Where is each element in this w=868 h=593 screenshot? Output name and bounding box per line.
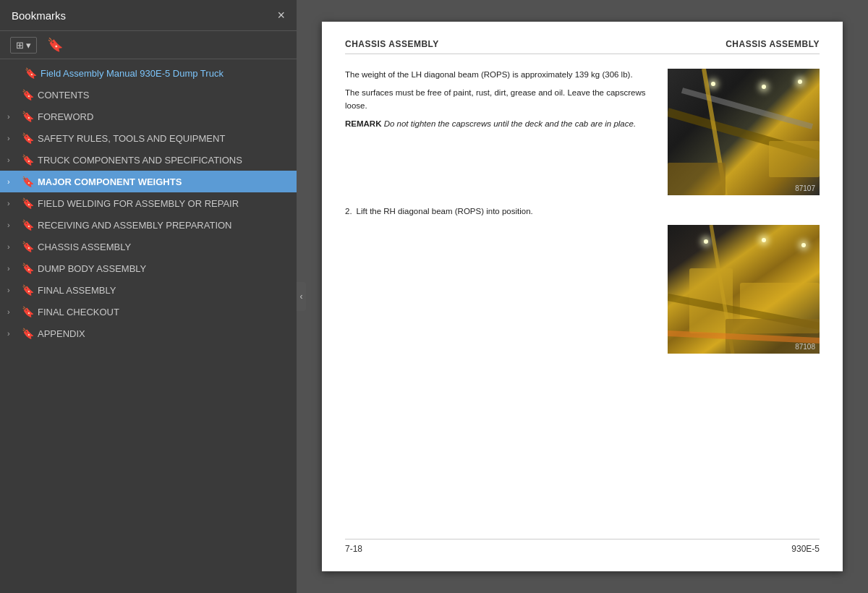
bookmark-icon-field-welding: 🔖 [22,197,33,209]
sidebar-header: Bookmarks × [0,0,297,31]
bookmark-icon: 🔖 [47,38,63,52]
chevron-icon-final-assembly: › [7,286,17,294]
svg-rect-4 [668,163,726,195]
sidebar-item-label-final-checkout: FINAL CHECKOUT [38,307,289,317]
sidebar-item-title[interactable]: 🔖Field Assembly Manual 930E-5 Dump Truck [0,62,297,84]
sidebar-item-label-appendix: APPENDIX [38,328,289,339]
bookmark-icon-final-checkout: 🔖 [22,306,33,317]
sidebar-item-label-chassis: CHASSIS ASSEMBLY [38,242,289,252]
sidebar-item-appendix[interactable]: ›🔖APPENDIX [0,323,297,344]
expand-all-button[interactable]: ⊞ ▾ [10,37,37,54]
chevron-icon-dump-body: › [7,264,17,273]
remark-label: REMARK [345,119,381,128]
document-image-1: 87107 [668,69,820,195]
chevron-icon-chassis: › [7,242,17,251]
bookmark-icon-truck-components: 🔖 [22,154,33,166]
image-overlay-svg [668,69,820,195]
sidebar-item-major-component[interactable]: ›🔖MAJOR COMPONENT WEIGHTS [0,171,297,192]
sidebar-item-field-welding[interactable]: ›🔖FIELD WELDING FOR ASSEMBLY OR REPAIR [0,192,297,214]
bookmark-icon-major-component: 🔖 [22,176,33,187]
sidebar-panel: Bookmarks × ⊞ ▾ 🔖 🔖Field Assembly Manual… [0,0,297,593]
close-button[interactable]: × [277,9,285,22]
paragraph-1: The weight of the LH diagonal beam (ROPS… [345,69,653,81]
sidebar-item-final-checkout[interactable]: ›🔖FINAL CHECKOUT [0,301,297,323]
svg-rect-3 [769,141,820,177]
sidebar-item-label-major-component: MAJOR COMPONENT WEIGHTS [38,176,289,187]
sidebar-toolbar: ⊞ ▾ 🔖 [0,31,297,59]
chevron-icon-foreword: › [7,112,17,121]
page-body: The weight of the LH diagonal beam (ROPS… [345,69,820,532]
expand-dropdown-icon: ▾ [26,40,31,51]
step-2-text: Lift the RH diagonal beam (ROPS) into po… [357,205,533,218]
sidebar-item-final-assembly[interactable]: ›🔖FINAL ASSEMBLY [0,279,297,301]
sidebar-item-label-title: Field Assembly Manual 930E-5 Dump Truck [41,68,289,79]
image2-overlay-svg [668,225,820,354]
chevron-icon-final-checkout: › [7,307,17,316]
sidebar-item-label-contents: CONTENTS [38,90,289,101]
page-header: CHASSIS ASSEMBLY CHASSIS ASSEMBLY [345,39,820,54]
bookmark-icon-foreword: 🔖 [22,111,33,122]
sidebar-item-foreword[interactable]: ›🔖FOREWORD [0,106,297,127]
chevron-icon-truck-components: › [7,155,17,164]
sidebar-item-label-safety: SAFETY RULES, TOOLS AND EQUIPMENT [38,133,289,144]
bookmark-toggle-button[interactable]: 🔖 [43,35,67,54]
image-2-label: 87108 [795,343,815,351]
chevron-left-icon: ‹ [300,291,303,302]
image-2-container: 87108 [345,225,820,354]
expand-icon: ⊞ [16,40,24,51]
sidebar-item-truck-components[interactable]: ›🔖TRUCK COMPONENTS AND SPECIFICATIONS [0,149,297,171]
bookmark-list: 🔖Field Assembly Manual 930E-5 Dump Truck… [0,59,297,593]
chevron-icon-receiving: › [7,221,17,229]
page-footer: 7-18 930E-5 [345,539,820,554]
step-2-number: 2. [345,205,352,218]
page-text-block: The weight of the LH diagonal beam (ROPS… [345,69,653,195]
bookmark-icon-receiving: 🔖 [22,219,33,231]
paragraph-2: The surfaces must be free of paint, rust… [345,87,653,112]
page-content-area: CHASSIS ASSEMBLY CHASSIS ASSEMBLY The we… [322,22,843,571]
sidebar-item-contents[interactable]: 🔖CONTENTS [0,84,297,106]
page-image-block: 87107 [668,69,820,195]
remark-paragraph: REMARK Do not tighten the capscrews unti… [345,118,653,130]
image-1-label: 87107 [795,184,815,192]
sidebar-item-label-field-welding: FIELD WELDING FOR ASSEMBLY OR REPAIR [38,198,289,209]
header-left-text: CHASSIS ASSEMBLY [345,39,439,49]
bookmark-icon-dump-body: 🔖 [22,263,33,274]
step-2-line: 2. Lift the RH diagonal beam (ROPS) into… [345,205,820,218]
chevron-icon-appendix: › [7,329,17,338]
chevron-icon-field-welding: › [7,199,17,208]
sidebar-item-dump-body[interactable]: ›🔖DUMP BODY ASSEMBLY [0,257,297,279]
header-right-text: CHASSIS ASSEMBLY [726,39,820,49]
sidebar-item-chassis[interactable]: ›🔖CHASSIS ASSEMBLY [0,236,297,257]
bookmark-icon-chassis: 🔖 [22,241,33,252]
remark-text: Do not tighten the capscrews until the d… [381,119,636,128]
bookmark-icon-final-assembly: 🔖 [22,284,33,296]
sidebar-item-safety[interactable]: ›🔖SAFETY RULES, TOOLS AND EQUIPMENT [0,127,297,149]
sidebar-item-label-dump-body: DUMP BODY ASSEMBLY [38,263,289,274]
page-number: 7-18 [345,544,362,554]
page-main-content: The weight of the LH diagonal beam (ROPS… [345,69,820,195]
collapse-sidebar-button[interactable]: ‹ [297,282,306,311]
document-viewer: CHASSIS ASSEMBLY CHASSIS ASSEMBLY The we… [297,0,868,593]
bookmark-icon-title: 🔖 [25,67,36,79]
sidebar-title: Bookmarks [12,9,66,22]
chevron-icon-safety: › [7,134,17,142]
sidebar-item-label-final-assembly: FINAL ASSEMBLY [38,285,289,296]
bookmark-icon-safety: 🔖 [22,132,33,144]
bookmark-icon-appendix: 🔖 [22,328,33,339]
bookmark-icon-contents: 🔖 [22,89,33,101]
sidebar-item-label-receiving: RECEIVING AND ASSEMBLY PREPARATION [38,220,289,231]
sidebar-item-label-foreword: FOREWORD [38,111,289,122]
document-image-2: 87108 [668,225,820,354]
document-id: 930E-5 [791,544,820,554]
chevron-icon-major-component: › [7,177,17,186]
sidebar-item-receiving[interactable]: ›🔖RECEIVING AND ASSEMBLY PREPARATION [0,214,297,236]
sidebar-item-label-truck-components: TRUCK COMPONENTS AND SPECIFICATIONS [38,155,289,166]
